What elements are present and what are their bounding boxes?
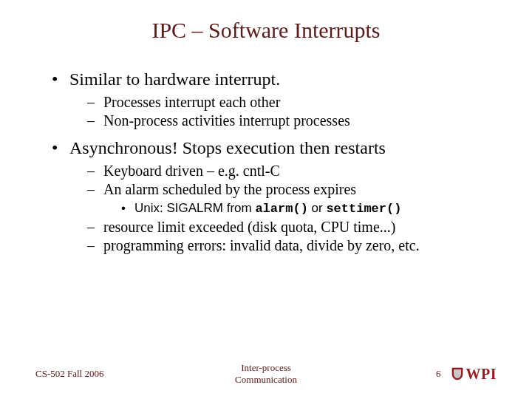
sub3-list: Unix: SIGALRM from alarm() or settimer(): [121, 201, 495, 216]
footer-title: Inter-process Communication: [154, 362, 378, 386]
footer-center-line1: Inter-process: [241, 362, 291, 373]
sub-item: An alarm scheduled by the process expire…: [87, 181, 495, 216]
slide-title: IPC – Software Interrupts: [37, 18, 495, 43]
bullet-text: Similar to hardware interrupt.: [69, 69, 280, 89]
bullet-text: Asynchronous! Stops execution then resta…: [69, 138, 386, 157]
sub-item: Non-process activities interrupt process…: [87, 112, 495, 129]
sub3-text: or: [308, 201, 327, 215]
sub3-text: Unix: SIGALRM from: [134, 201, 255, 215]
code-text: settimer(): [326, 202, 401, 216]
sub-list: Keyboard driven – e.g. cntl-C An alarm s…: [87, 163, 495, 254]
sub-text: programming errors: invalid data, divide…: [103, 237, 420, 253]
bullet-list: Similar to hardware interrupt. Processes…: [52, 69, 495, 254]
sub-list: Processes interrupt each other Non-proce…: [87, 94, 495, 129]
sub-item: Keyboard driven – e.g. cntl-C: [87, 163, 495, 180]
footer-center-line2: Communication: [235, 374, 297, 385]
sub-item: Processes interrupt each other: [87, 94, 495, 111]
sub-text: Processes interrupt each other: [103, 94, 280, 110]
bullet-item: Similar to hardware interrupt. Processes…: [52, 69, 495, 129]
slide-footer: CS-502 Fall 2006 Inter-process Communica…: [0, 362, 532, 386]
code-text: alarm(): [255, 202, 307, 216]
sub-text: Keyboard driven – e.g. cntl-C: [103, 163, 280, 179]
sub3-item: Unix: SIGALRM from alarm() or settimer(): [121, 201, 495, 216]
bullet-item: Asynchronous! Stops execution then resta…: [52, 138, 495, 254]
wpi-logo-text: WPI: [466, 366, 497, 383]
sub-text: resource limit exceeded (disk quota, CPU…: [103, 219, 395, 235]
sub-item: programming errors: invalid data, divide…: [87, 237, 495, 254]
sub-item: resource limit exceeded (disk quota, CPU…: [87, 219, 495, 236]
footer-right: 6 WPI: [378, 366, 497, 383]
page-number: 6: [436, 368, 441, 380]
wpi-logo: WPI: [451, 366, 497, 383]
sub-text: An alarm scheduled by the process expire…: [103, 181, 356, 197]
sub-text: Non-process activities interrupt process…: [103, 112, 350, 129]
slide: IPC – Software Interrupts Similar to har…: [0, 0, 532, 399]
shield-icon: [451, 367, 463, 381]
footer-course: CS-502 Fall 2006: [35, 368, 154, 380]
